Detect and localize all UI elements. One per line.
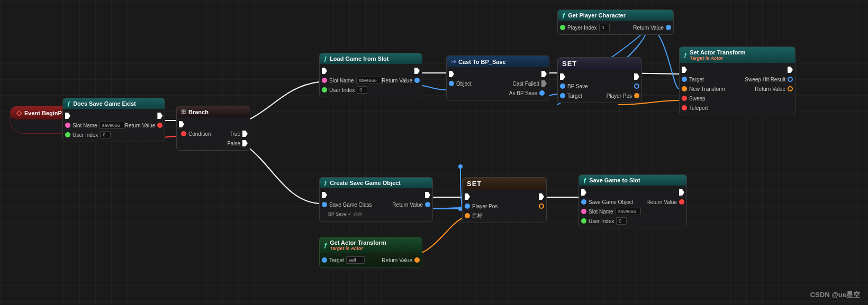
sweep-hit-label: Sweep Hit Result [745, 77, 785, 82]
exec-in [65, 113, 70, 119]
exec-in [560, 73, 565, 80]
exec-out [788, 67, 793, 73]
cast-title: Cast To BP_Save [458, 59, 506, 65]
return-val-label: Return Value [125, 123, 156, 128]
obj-label: Object [456, 81, 472, 87]
does-save-game-exist-node: ƒ Does Save Game Exist Slot Name save666… [62, 98, 165, 142]
return-val-label: Return Value [392, 202, 423, 208]
new-transform-pin [682, 86, 687, 91]
bp-save-pin [560, 84, 565, 89]
set-title: SET [467, 180, 482, 188]
return-pin [414, 78, 420, 83]
user-index-input[interactable]: 0 [357, 86, 367, 94]
true-label: True [230, 131, 240, 137]
false-label: False [228, 141, 240, 146]
return-val-label: Return Value [755, 86, 785, 92]
set-actor-title: Set Actor Transform [690, 49, 745, 56]
bp-save-out-pin [634, 84, 639, 89]
slot-name-input[interactable]: save666 [616, 208, 641, 215]
player-pos-label: Player Pos [607, 93, 632, 99]
exec-false [242, 140, 248, 146]
return-label: Return Value [633, 25, 664, 31]
get-actor-title: Get Actor Transform [330, 239, 386, 246]
bp-save-val: BP Save ✓ ◎◎ [328, 211, 362, 217]
set-actor-subtitle: Target is Actor [690, 56, 745, 61]
player-pos-label: Player Pos [472, 204, 498, 209]
player-index-pin [560, 25, 565, 30]
exec-in [682, 67, 687, 73]
slot-name-input[interactable]: save666 [100, 122, 125, 129]
set-title: SET [562, 60, 577, 68]
return-label: Return Value [382, 78, 412, 84]
cast-to-bp-save-node: ⇒ Cast To BP_Save Object Cast Failed As … [446, 56, 549, 100]
target-input[interactable]: self [346, 256, 365, 264]
exec-out [679, 189, 684, 196]
slot-pin [65, 123, 70, 128]
exec-in [581, 189, 586, 196]
teleport-label: Teleport [689, 105, 708, 111]
load-game-title: Load Game from Slot [330, 56, 388, 62]
save-class-pin [322, 202, 327, 207]
slot-pin [322, 78, 327, 83]
set-actor-transform-node: ƒ Set Actor Transform Target is Actor Ta… [679, 47, 795, 115]
func-icon: ƒ [67, 100, 70, 107]
exec-in [322, 68, 327, 74]
load-game-node: ƒ Load Game from Slot Slot Name save666 … [319, 53, 422, 97]
out-pin [539, 204, 544, 209]
exec-in [322, 192, 327, 198]
user-index-pin [65, 132, 70, 137]
as-bp-save-label: As BP Save [509, 90, 537, 96]
exec-in [449, 71, 454, 77]
player-pos-pin [634, 93, 639, 98]
obj-pin [449, 81, 454, 86]
target-pin [465, 213, 470, 218]
user-index-input[interactable]: 0 [100, 131, 111, 138]
target-label: Target [567, 93, 582, 99]
target-label: Target [689, 77, 704, 82]
does-save-title: Does Save Game Exist [73, 100, 136, 107]
return-val-pin [157, 123, 162, 128]
slot-name-pin [581, 209, 586, 214]
player-index-input[interactable]: 0 [599, 24, 610, 31]
return-label: Return Value [382, 257, 412, 263]
get-player-character-node: ƒ Get Player Character Player Index 0 Re… [557, 10, 674, 35]
target-pin [322, 257, 327, 263]
save-obj-pin [581, 199, 586, 205]
exec-out [425, 192, 430, 198]
return-label: Return Value [646, 199, 677, 205]
return-val-pin [788, 86, 793, 91]
svg-point-0 [458, 164, 463, 169]
return-pin [679, 199, 684, 205]
exec-true [242, 131, 248, 137]
get-player-title: Get Player Character [568, 12, 626, 19]
bp-save-label: BP Save [567, 84, 588, 89]
save-game-to-slot-node: ƒ Save Game to Slot Save Game Object Ret… [578, 174, 687, 228]
player-pos-pin [465, 204, 470, 209]
exec-in [179, 121, 184, 127]
exec-out [414, 68, 420, 74]
branch-title: Branch [188, 109, 209, 115]
target-label: Target [329, 257, 344, 263]
as-bp-save-pin [539, 90, 545, 96]
set-node-top: SET BP Save Target Play [557, 57, 642, 103]
create-save-game-object-node: ƒ Create Save Game Object Save Game Clas… [319, 177, 433, 221]
branch-node: ⊞ Branch Condition True False [176, 106, 250, 151]
cast-failed-pin [541, 80, 547, 87]
get-actor-subtitle: Target is Actor [330, 246, 386, 251]
return-pin [414, 257, 420, 263]
teleport-pin [682, 105, 687, 110]
slot-input[interactable]: save666 [356, 77, 382, 84]
exec-out [541, 71, 547, 77]
user-index-pin [322, 87, 327, 93]
exec-out [634, 73, 639, 80]
sweep-hit-pin [788, 77, 793, 82]
target-pin [560, 93, 565, 98]
sweep-pin [682, 96, 687, 101]
save-game-title: Save Game to Slot [589, 177, 640, 183]
user-index-input[interactable]: 0 [616, 217, 627, 225]
exec-in [465, 193, 470, 200]
return-pin [666, 25, 671, 30]
watermark: CSDN @ue星空 [810, 290, 860, 300]
user-index-pin [581, 218, 586, 224]
set-node-bottom: SET Player Pos 目标 [462, 177, 547, 223]
